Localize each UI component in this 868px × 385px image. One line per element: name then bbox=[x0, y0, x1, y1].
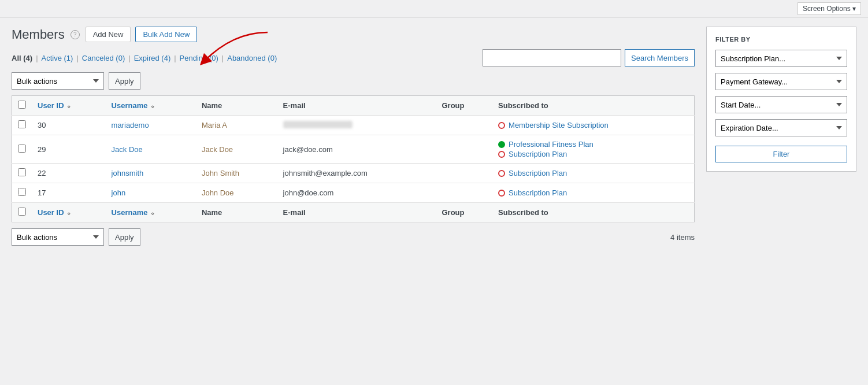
filter-button[interactable]: Filter bbox=[715, 146, 847, 162]
filter-tab-abandoned[interactable]: Abandoned (0) bbox=[227, 54, 277, 62]
filter-separator: | bbox=[36, 54, 38, 62]
footer-col-name: Name bbox=[196, 203, 277, 223]
footer-username-sort-icon: ⬦ bbox=[151, 210, 154, 216]
screen-options-bar: Screen Options ▾ bbox=[0, 0, 868, 18]
row-1-username-link[interactable]: Jack Doe bbox=[112, 145, 143, 154]
row-3-name: John Doe bbox=[196, 183, 277, 203]
table-footer-header-row: User ID ⬦ Username ⬦ Name E-mail Group S… bbox=[12, 203, 695, 223]
search-members-button[interactable]: Search Members bbox=[625, 49, 695, 66]
table-footer-header: User ID ⬦ Username ⬦ Name E-mail Group S… bbox=[12, 203, 695, 223]
footer-col-user-id: User ID ⬦ bbox=[32, 203, 106, 223]
footer-col-group: Group bbox=[436, 203, 492, 223]
payment-gateway-filter[interactable]: Payment Gateway... bbox=[715, 73, 847, 90]
filter-links: All (4)|Active (1)|Canceled (0)|Expired … bbox=[12, 54, 277, 62]
table-row: 29Jack DoeJack Doejack@doe.comProfession… bbox=[12, 135, 695, 164]
footer-col-username: Username ⬦ bbox=[106, 203, 196, 223]
row-3-username: john bbox=[106, 183, 196, 203]
row-1-subscription-1: Subscription Plan bbox=[498, 150, 688, 158]
row-2-username: johnsmith bbox=[106, 164, 196, 183]
footer-col-subscribed-to: Subscribed to bbox=[492, 203, 694, 223]
items-count: 4 items bbox=[670, 233, 695, 242]
members-table: User ID ⬦ Username ⬦ Name E-mail Group S… bbox=[12, 95, 695, 223]
table-body: 30mariademoMaria AMembership Site Subscr… bbox=[12, 116, 695, 203]
search-input[interactable] bbox=[483, 49, 621, 66]
screen-options-label: Screen Options bbox=[803, 5, 851, 13]
header-checkbox-cell bbox=[12, 96, 32, 116]
left-panel: Members ? Add New Bulk Add New bbox=[12, 27, 695, 246]
screen-options-button[interactable]: Screen Options ▾ bbox=[797, 2, 861, 15]
select-all-checkbox[interactable] bbox=[18, 101, 26, 109]
footer-col-email: E-mail bbox=[277, 203, 436, 223]
filter-tab-expired[interactable]: Expired (4) bbox=[134, 54, 171, 62]
help-icon[interactable]: ? bbox=[71, 30, 80, 39]
table-header-row: User ID ⬦ Username ⬦ Name E-mail Group S… bbox=[12, 96, 695, 116]
select-all-footer-checkbox[interactable] bbox=[18, 208, 26, 216]
col-subscribed-to: Subscribed to bbox=[492, 96, 694, 116]
filter-tab-active[interactable]: Active (1) bbox=[42, 54, 73, 62]
bottom-bulk-actions-select[interactable]: Bulk actions bbox=[12, 228, 104, 246]
row-1-checkbox[interactable] bbox=[18, 145, 26, 153]
row-1-user-id: 29 bbox=[32, 135, 106, 164]
col-email: E-mail bbox=[277, 96, 436, 116]
row-2-group bbox=[436, 164, 492, 183]
page-title: Members bbox=[12, 27, 65, 42]
row-1-sub-1-dot bbox=[498, 151, 505, 158]
row-1-sub-0-link[interactable]: Professional Fitness Plan bbox=[509, 140, 593, 149]
row-3-sub-0-link[interactable]: Subscription Plan bbox=[509, 188, 567, 197]
row-1-name: Jack Doe bbox=[196, 135, 277, 164]
table-footer-row: Bulk actions Apply 4 items bbox=[12, 228, 695, 246]
row-2-username-link[interactable]: johnsmith bbox=[112, 169, 144, 177]
col-group: Group bbox=[436, 96, 492, 116]
top-bulk-actions-row: Bulk actions Apply bbox=[12, 72, 695, 90]
user-id-sort-link[interactable]: User ID ⬦ bbox=[38, 101, 71, 110]
footer-username-sort-link[interactable]: Username ⬦ bbox=[112, 208, 154, 217]
filter-panel: FILTER BY Subscription Plan... Payment G… bbox=[706, 27, 856, 172]
row-2-sub-0-dot bbox=[498, 170, 505, 177]
main-content: Members ? Add New Bulk Add New bbox=[0, 18, 868, 254]
add-new-button[interactable]: Add New bbox=[86, 27, 131, 42]
row-1-sub-1-link[interactable]: Subscription Plan bbox=[509, 150, 567, 158]
row-0-sub-0-link[interactable]: Membership Site Subscription bbox=[509, 121, 609, 129]
row-0-subscription-0: Membership Site Subscription bbox=[498, 121, 688, 129]
row-2-checkbox[interactable] bbox=[18, 168, 26, 176]
row-3-sub-0-dot bbox=[498, 190, 505, 197]
row-1-email: jack@doe.com bbox=[277, 135, 436, 164]
row-0-username-link[interactable]: mariademo bbox=[112, 121, 149, 129]
filter-tab-all[interactable]: All (4) bbox=[12, 54, 32, 62]
row-0-checkbox[interactable] bbox=[18, 120, 26, 128]
row-2-subscription-0: Subscription Plan bbox=[498, 169, 688, 177]
expiration-date-filter[interactable]: Expiration Date... bbox=[715, 119, 847, 136]
row-2-sub-0-link[interactable]: Subscription Plan bbox=[509, 169, 567, 177]
username-sort-link[interactable]: Username ⬦ bbox=[112, 101, 154, 110]
row-3-username-link[interactable]: john bbox=[112, 188, 126, 197]
row-1-group bbox=[436, 135, 492, 164]
col-name: Name bbox=[196, 96, 277, 116]
table-row: 17johnJohn Doejohn@doe.comSubscription P… bbox=[12, 183, 695, 203]
footer-user-id-sort-link[interactable]: User ID ⬦ bbox=[38, 208, 71, 217]
col-username: Username ⬦ bbox=[106, 96, 196, 116]
filter-tab-pending[interactable]: Pending (0) bbox=[180, 54, 218, 62]
top-apply-button[interactable]: Apply bbox=[109, 72, 140, 90]
bottom-apply-button[interactable]: Apply bbox=[109, 228, 140, 246]
bottom-bulk-actions-row: Bulk actions Apply bbox=[12, 228, 140, 246]
filter-tab-canceled[interactable]: Canceled (0) bbox=[82, 54, 125, 62]
search-members-area: Search Members bbox=[483, 49, 695, 66]
bulk-add-new-button[interactable]: Bulk Add New bbox=[135, 27, 197, 42]
row-3-checkbox[interactable] bbox=[18, 188, 26, 196]
row-0-name: Maria A bbox=[196, 116, 277, 135]
row-2-user-id: 22 bbox=[32, 164, 106, 183]
table-row: 30mariademoMaria AMembership Site Subscr… bbox=[12, 116, 695, 135]
header-buttons: Add New Bulk Add New bbox=[86, 27, 198, 42]
start-date-filter[interactable]: Start Date... bbox=[715, 96, 847, 113]
footer-user-id-sort-icon: ⬦ bbox=[67, 210, 71, 216]
subscription-plan-filter[interactable]: Subscription Plan... bbox=[715, 50, 847, 67]
row-3-group bbox=[436, 183, 492, 203]
row-0-checkbox-cell bbox=[12, 116, 32, 135]
row-2-email: johnsmith@example.com bbox=[277, 164, 436, 183]
row-0-sub-0-dot bbox=[498, 122, 505, 129]
user-id-sort-icon: ⬦ bbox=[67, 103, 71, 109]
top-bulk-actions-select[interactable]: Bulk actions bbox=[12, 72, 104, 90]
filter-bar: All (4)|Active (1)|Canceled (0)|Expired … bbox=[12, 49, 695, 66]
row-1-checkbox-cell bbox=[12, 135, 32, 164]
footer-checkbox-cell bbox=[12, 203, 32, 223]
